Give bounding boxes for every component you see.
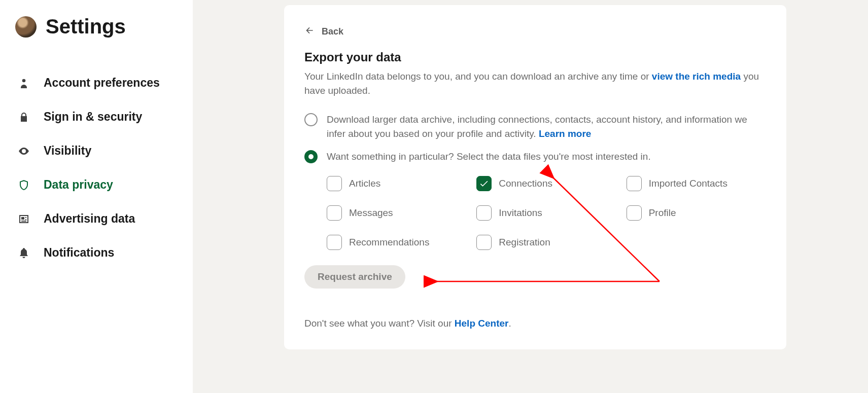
svg-point-0 <box>22 79 26 82</box>
checkbox[interactable] <box>476 235 492 250</box>
sidebar-item-label: Data privacy <box>44 178 113 192</box>
sidebar-item-label: Account preferences <box>44 76 160 90</box>
sidebar-item-label: Advertising data <box>44 212 135 226</box>
sidebar-item-data-privacy[interactable]: Data privacy <box>15 168 193 202</box>
checkbox-label: Connections <box>499 178 552 189</box>
avatar[interactable] <box>15 16 37 38</box>
checkbox[interactable] <box>627 176 642 191</box>
page-heading: Export your data <box>304 50 766 64</box>
help-center-link[interactable]: Help Center <box>455 318 509 329</box>
checkbox[interactable] <box>327 205 342 221</box>
checkbox-item-invitations[interactable]: Invitations <box>476 205 616 221</box>
view-rich-media-link[interactable]: view the rich media <box>652 71 741 82</box>
checkbox-item-recommendations[interactable]: Recommendations <box>327 235 466 250</box>
request-archive-button[interactable]: Request archive <box>304 265 405 289</box>
checkbox-item-registration[interactable]: Registration <box>476 235 616 250</box>
sidebar-item-advertising-data[interactable]: Advertising data <box>15 202 193 236</box>
checkbox-label: Messages <box>349 207 393 219</box>
arrow-left-icon <box>304 25 315 38</box>
radio-input[interactable] <box>304 113 318 126</box>
back-label: Back <box>322 26 343 37</box>
help-center-text: Don't see what you want? Visit our Help … <box>304 318 766 329</box>
export-data-card: Back Export your data Your LinkedIn data… <box>284 5 786 349</box>
back-button[interactable]: Back <box>304 25 766 38</box>
checkbox-label: Recommendations <box>349 237 429 248</box>
sidebar-title: Settings <box>46 15 126 38</box>
sidebar-item-sign-in-security[interactable]: Sign in & security <box>15 100 193 134</box>
radio-option-larger-archive[interactable]: Download larger data archive, including … <box>304 113 766 140</box>
checkbox-item-messages[interactable]: Messages <box>327 205 466 221</box>
checkbox-label: Registration <box>499 237 550 248</box>
bell-icon <box>17 247 30 259</box>
checkbox-label: Articles <box>349 178 380 189</box>
shield-icon <box>17 179 30 191</box>
checkbox[interactable] <box>627 205 642 221</box>
sidebar-item-account-preferences[interactable]: Account preferences <box>15 66 193 100</box>
page-description: Your LinkedIn data belongs to you, and y… <box>304 69 766 97</box>
data-files-grid: Articles Connections Imported Contacts M… <box>327 176 766 250</box>
lock-icon <box>17 111 30 123</box>
sidebar-item-label: Sign in & security <box>44 110 142 124</box>
person-icon <box>17 77 30 89</box>
newspaper-icon <box>17 213 30 225</box>
checkbox-item-imported-contacts[interactable]: Imported Contacts <box>627 176 766 191</box>
checkbox[interactable] <box>476 205 492 221</box>
sidebar-item-label: Visibility <box>44 144 91 158</box>
eye-icon <box>17 145 30 157</box>
checkbox[interactable] <box>327 235 342 250</box>
checkbox-item-profile[interactable]: Profile <box>627 205 766 221</box>
main-content: Back Export your data Your LinkedIn data… <box>193 0 868 393</box>
learn-more-link[interactable]: Learn more <box>539 128 591 139</box>
checkbox[interactable] <box>476 176 492 191</box>
checkbox-label: Invitations <box>499 207 542 219</box>
settings-sidebar: Settings Account preferences Sign in & s… <box>0 0 193 393</box>
checkbox-item-connections[interactable]: Connections <box>476 176 616 191</box>
checkbox-label: Imported Contacts <box>649 178 727 189</box>
radio-input[interactable] <box>304 150 318 163</box>
checkbox-item-articles[interactable]: Articles <box>327 176 466 191</box>
checkbox[interactable] <box>327 176 342 191</box>
sidebar-item-label: Notifications <box>44 246 114 260</box>
sidebar-item-visibility[interactable]: Visibility <box>15 134 193 168</box>
checkbox-label: Profile <box>649 207 676 219</box>
sidebar-item-notifications[interactable]: Notifications <box>15 236 193 270</box>
radio-option-particular-files[interactable]: Want something in particular? Select the… <box>304 150 766 164</box>
